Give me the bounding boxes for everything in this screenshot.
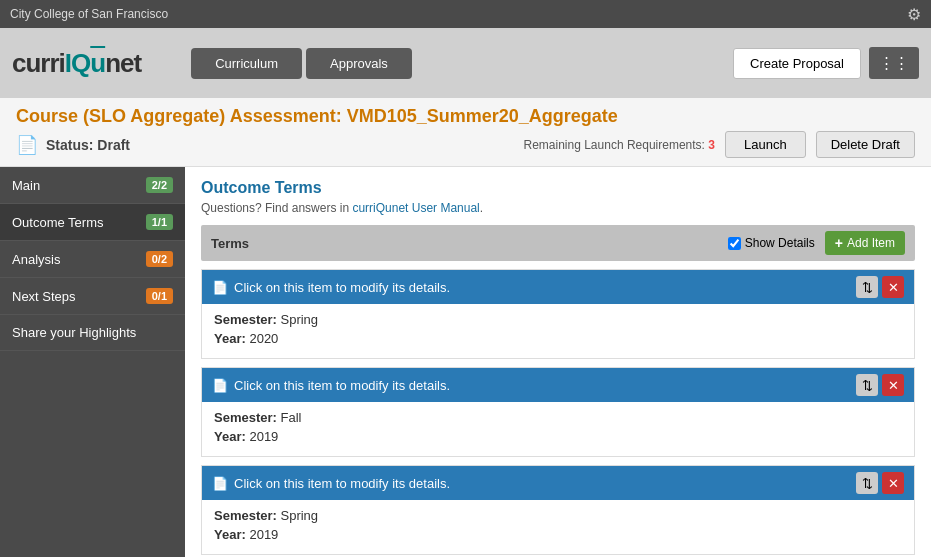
term-item-header[interactable]: 📄 Click on this item to modify its detai… (202, 368, 914, 402)
create-proposal-button[interactable]: Create Proposal (733, 48, 861, 79)
term-body: Semester: Spring Year: 2019 (202, 500, 914, 554)
add-item-label: Add Item (847, 236, 895, 250)
sidebar-badge-outcome-terms: 1/1 (146, 214, 173, 230)
sidebar-item-analysis[interactable]: Analysis 0/2 (0, 241, 185, 278)
sidebar-item-label: Analysis (12, 252, 60, 267)
edit-icon: 📄 (212, 280, 228, 295)
semester-label: Semester: (214, 508, 280, 523)
year-field: Year: 2020 (214, 331, 902, 346)
content-area: Outcome Terms Questions? Find answers in… (185, 167, 931, 557)
sidebar-item-label: Next Steps (12, 289, 76, 304)
term-item-header[interactable]: 📄 Click on this item to modify its detai… (202, 270, 914, 304)
page-title: Course (SLO Aggregate) Assessment: VMD10… (16, 106, 915, 127)
logo: curriIQunet (12, 48, 141, 79)
institution-name: City College of San Francisco (10, 7, 168, 21)
sidebar-item-label: Outcome Terms (12, 215, 104, 230)
sidebar-item-main[interactable]: Main 2/2 (0, 167, 185, 204)
status-right: Remaining Launch Requirements: 3 Launch … (524, 131, 916, 158)
sidebar-badge-analysis: 0/2 (146, 251, 173, 267)
term-item-actions: ⇅ ✕ (856, 374, 904, 396)
year-value: 2020 (249, 331, 278, 346)
terms-actions: Show Details + Add Item (728, 231, 905, 255)
gear-icon[interactable]: ⚙ (907, 5, 921, 24)
status-left: 📄 Status: Draft (16, 134, 130, 156)
remaining-launch-text: Remaining Launch Requirements: 3 (524, 138, 715, 152)
term-item-actions: ⇅ ✕ (856, 472, 904, 494)
top-bar: City College of San Francisco ⚙ (0, 0, 931, 28)
delete-term-button[interactable]: ✕ (882, 374, 904, 396)
sidebar-item-outcome-terms[interactable]: Outcome Terms 1/1 (0, 204, 185, 241)
document-icon: 📄 (16, 134, 38, 156)
sidebar-item-next-steps[interactable]: Next Steps 0/1 (0, 278, 185, 315)
semester-field: Semester: Spring (214, 312, 902, 327)
sidebar: Main 2/2 Outcome Terms 1/1 Analysis 0/2 … (0, 167, 185, 557)
semester-field: Semester: Fall (214, 410, 902, 425)
reorder-button[interactable]: ⇅ (856, 472, 878, 494)
delete-draft-button[interactable]: Delete Draft (816, 131, 915, 158)
year-value: 2019 (249, 527, 278, 542)
year-field: Year: 2019 (214, 429, 902, 444)
grid-icon-button[interactable]: ⋮⋮ (869, 47, 919, 79)
term-click-text: Click on this item to modify its details… (234, 476, 450, 491)
sidebar-item-label: Main (12, 178, 40, 193)
edit-icon: 📄 (212, 378, 228, 393)
year-label: Year: (214, 429, 249, 444)
year-value: 2019 (249, 429, 278, 444)
sidebar-item-label: Share your Highlights (12, 325, 136, 340)
section-title: Outcome Terms (201, 179, 915, 197)
remaining-count: 3 (708, 138, 715, 152)
year-label: Year: (214, 331, 249, 346)
sidebar-item-share-highlights[interactable]: Share your Highlights (0, 315, 185, 351)
plus-icon: + (835, 235, 843, 251)
nav-buttons: Curriculum Approvals (191, 48, 416, 79)
year-label: Year: (214, 527, 249, 542)
term-click-text: Click on this item to modify its details… (234, 378, 450, 393)
term-item-header[interactable]: 📄 Click on this item to modify its detai… (202, 466, 914, 500)
sidebar-badge-main: 2/2 (146, 177, 173, 193)
term-item: 📄 Click on this item to modify its detai… (201, 367, 915, 457)
show-details-label: Show Details (745, 236, 815, 250)
title-bar: Course (SLO Aggregate) Assessment: VMD10… (0, 98, 931, 167)
show-details-checkbox[interactable] (728, 237, 741, 250)
term-item-actions: ⇅ ✕ (856, 276, 904, 298)
delete-term-button[interactable]: ✕ (882, 472, 904, 494)
semester-value: Fall (280, 410, 301, 425)
semester-value: Spring (280, 312, 318, 327)
status-text: Status: Draft (46, 137, 130, 153)
status-row: 📄 Status: Draft Remaining Launch Require… (16, 131, 915, 158)
terms-header: Terms Show Details + Add Item (201, 225, 915, 261)
reorder-button[interactable]: ⇅ (856, 374, 878, 396)
header-right: Create Proposal ⋮⋮ (733, 47, 919, 79)
sidebar-badge-next-steps: 0/1 (146, 288, 173, 304)
delete-term-button[interactable]: ✕ (882, 276, 904, 298)
year-field: Year: 2019 (214, 527, 902, 542)
term-item: 📄 Click on this item to modify its detai… (201, 269, 915, 359)
term-item: 📄 Click on this item to modify its detai… (201, 465, 915, 555)
terms-label: Terms (211, 236, 249, 251)
show-details-toggle[interactable]: Show Details (728, 236, 815, 250)
semester-value: Spring (280, 508, 318, 523)
add-item-button[interactable]: + Add Item (825, 231, 905, 255)
edit-icon: 📄 (212, 476, 228, 491)
help-text: Questions? Find answers in curriQunet Us… (201, 201, 915, 215)
semester-label: Semester: (214, 410, 280, 425)
term-body: Semester: Spring Year: 2020 (202, 304, 914, 358)
header: curriIQunet Curriculum Approvals Create … (0, 28, 931, 98)
reorder-button[interactable]: ⇅ (856, 276, 878, 298)
semester-field: Semester: Spring (214, 508, 902, 523)
approvals-nav-button[interactable]: Approvals (306, 48, 412, 79)
main-layout: Main 2/2 Outcome Terms 1/1 Analysis 0/2 … (0, 167, 931, 557)
term-click-text: Click on this item to modify its details… (234, 280, 450, 295)
semester-label: Semester: (214, 312, 280, 327)
term-body: Semester: Fall Year: 2019 (202, 402, 914, 456)
launch-button[interactable]: Launch (725, 131, 806, 158)
curriculum-nav-button[interactable]: Curriculum (191, 48, 302, 79)
help-link[interactable]: curriQunet User Manual (352, 201, 479, 215)
term-list: 📄 Click on this item to modify its detai… (201, 269, 915, 555)
